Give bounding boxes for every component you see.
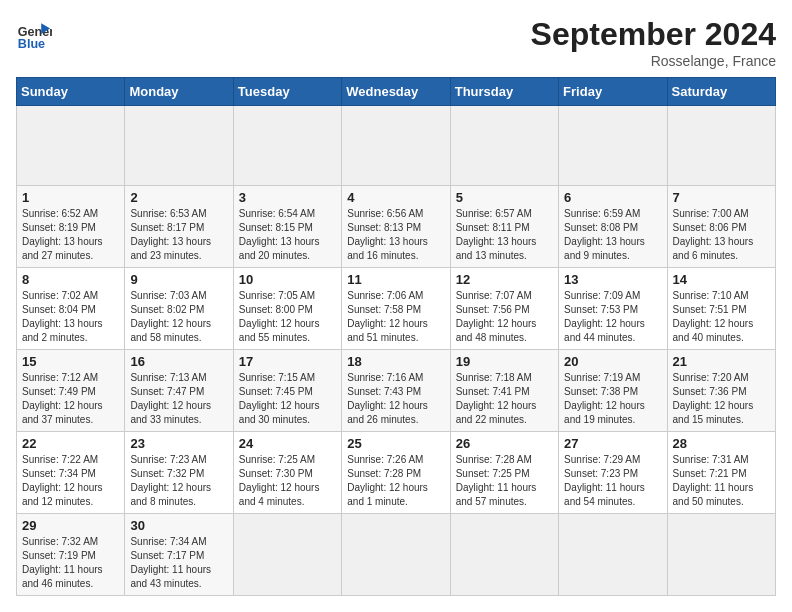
day-info: Sunrise: 7:03 AM Sunset: 8:02 PM Dayligh…: [130, 289, 227, 345]
day-info: Sunrise: 6:52 AM Sunset: 8:19 PM Dayligh…: [22, 207, 119, 263]
calendar-cell: [450, 106, 558, 186]
calendar-cell: 14Sunrise: 7:10 AM Sunset: 7:51 PM Dayli…: [667, 268, 775, 350]
week-row-3: 15Sunrise: 7:12 AM Sunset: 7:49 PM Dayli…: [17, 350, 776, 432]
day-info: Sunrise: 7:12 AM Sunset: 7:49 PM Dayligh…: [22, 371, 119, 427]
day-info: Sunrise: 7:10 AM Sunset: 7:51 PM Dayligh…: [673, 289, 770, 345]
calendar-cell: 13Sunrise: 7:09 AM Sunset: 7:53 PM Dayli…: [559, 268, 667, 350]
day-info: Sunrise: 7:06 AM Sunset: 7:58 PM Dayligh…: [347, 289, 444, 345]
day-number: 1: [22, 190, 119, 205]
day-info: Sunrise: 6:57 AM Sunset: 8:11 PM Dayligh…: [456, 207, 553, 263]
day-info: Sunrise: 7:19 AM Sunset: 7:38 PM Dayligh…: [564, 371, 661, 427]
day-info: Sunrise: 7:26 AM Sunset: 7:28 PM Dayligh…: [347, 453, 444, 509]
day-info: Sunrise: 7:32 AM Sunset: 7:19 PM Dayligh…: [22, 535, 119, 591]
calendar-cell: 29Sunrise: 7:32 AM Sunset: 7:19 PM Dayli…: [17, 514, 125, 596]
day-number: 2: [130, 190, 227, 205]
day-number: 25: [347, 436, 444, 451]
calendar-cell: 23Sunrise: 7:23 AM Sunset: 7:32 PM Dayli…: [125, 432, 233, 514]
calendar-cell: 30Sunrise: 7:34 AM Sunset: 7:17 PM Dayli…: [125, 514, 233, 596]
day-info: Sunrise: 7:20 AM Sunset: 7:36 PM Dayligh…: [673, 371, 770, 427]
day-info: Sunrise: 6:59 AM Sunset: 8:08 PM Dayligh…: [564, 207, 661, 263]
calendar-cell: [667, 514, 775, 596]
day-info: Sunrise: 7:02 AM Sunset: 8:04 PM Dayligh…: [22, 289, 119, 345]
day-number: 20: [564, 354, 661, 369]
calendar-cell: 1Sunrise: 6:52 AM Sunset: 8:19 PM Daylig…: [17, 186, 125, 268]
calendar-cell: 15Sunrise: 7:12 AM Sunset: 7:49 PM Dayli…: [17, 350, 125, 432]
calendar-cell: [233, 106, 341, 186]
week-row-1: 1Sunrise: 6:52 AM Sunset: 8:19 PM Daylig…: [17, 186, 776, 268]
day-info: Sunrise: 7:23 AM Sunset: 7:32 PM Dayligh…: [130, 453, 227, 509]
calendar-cell: 3Sunrise: 6:54 AM Sunset: 8:15 PM Daylig…: [233, 186, 341, 268]
day-number: 3: [239, 190, 336, 205]
week-row-2: 8Sunrise: 7:02 AM Sunset: 8:04 PM Daylig…: [17, 268, 776, 350]
week-row-4: 22Sunrise: 7:22 AM Sunset: 7:34 PM Dayli…: [17, 432, 776, 514]
weekday-monday: Monday: [125, 78, 233, 106]
day-info: Sunrise: 7:31 AM Sunset: 7:21 PM Dayligh…: [673, 453, 770, 509]
calendar-cell: 9Sunrise: 7:03 AM Sunset: 8:02 PM Daylig…: [125, 268, 233, 350]
day-number: 27: [564, 436, 661, 451]
day-number: 26: [456, 436, 553, 451]
week-row-5: 29Sunrise: 7:32 AM Sunset: 7:19 PM Dayli…: [17, 514, 776, 596]
day-number: 6: [564, 190, 661, 205]
calendar-cell: 26Sunrise: 7:28 AM Sunset: 7:25 PM Dayli…: [450, 432, 558, 514]
day-info: Sunrise: 7:29 AM Sunset: 7:23 PM Dayligh…: [564, 453, 661, 509]
week-row-0: [17, 106, 776, 186]
day-info: Sunrise: 7:16 AM Sunset: 7:43 PM Dayligh…: [347, 371, 444, 427]
calendar-cell: [342, 106, 450, 186]
day-number: 7: [673, 190, 770, 205]
calendar-cell: [667, 106, 775, 186]
day-number: 11: [347, 272, 444, 287]
day-info: Sunrise: 7:18 AM Sunset: 7:41 PM Dayligh…: [456, 371, 553, 427]
weekday-friday: Friday: [559, 78, 667, 106]
day-number: 22: [22, 436, 119, 451]
day-number: 14: [673, 272, 770, 287]
calendar-cell: 12Sunrise: 7:07 AM Sunset: 7:56 PM Dayli…: [450, 268, 558, 350]
calendar-cell: 25Sunrise: 7:26 AM Sunset: 7:28 PM Dayli…: [342, 432, 450, 514]
calendar-cell: 24Sunrise: 7:25 AM Sunset: 7:30 PM Dayli…: [233, 432, 341, 514]
day-number: 19: [456, 354, 553, 369]
day-info: Sunrise: 7:25 AM Sunset: 7:30 PM Dayligh…: [239, 453, 336, 509]
day-info: Sunrise: 7:34 AM Sunset: 7:17 PM Dayligh…: [130, 535, 227, 591]
weekday-saturday: Saturday: [667, 78, 775, 106]
day-number: 21: [673, 354, 770, 369]
calendar-cell: 28Sunrise: 7:31 AM Sunset: 7:21 PM Dayli…: [667, 432, 775, 514]
calendar-cell: 19Sunrise: 7:18 AM Sunset: 7:41 PM Dayli…: [450, 350, 558, 432]
svg-text:Blue: Blue: [18, 37, 45, 51]
day-info: Sunrise: 6:56 AM Sunset: 8:13 PM Dayligh…: [347, 207, 444, 263]
weekday-thursday: Thursday: [450, 78, 558, 106]
day-number: 18: [347, 354, 444, 369]
day-info: Sunrise: 7:07 AM Sunset: 7:56 PM Dayligh…: [456, 289, 553, 345]
weekday-tuesday: Tuesday: [233, 78, 341, 106]
day-number: 30: [130, 518, 227, 533]
day-number: 23: [130, 436, 227, 451]
day-info: Sunrise: 7:00 AM Sunset: 8:06 PM Dayligh…: [673, 207, 770, 263]
calendar-cell: 6Sunrise: 6:59 AM Sunset: 8:08 PM Daylig…: [559, 186, 667, 268]
calendar-cell: 21Sunrise: 7:20 AM Sunset: 7:36 PM Dayli…: [667, 350, 775, 432]
calendar-cell: 18Sunrise: 7:16 AM Sunset: 7:43 PM Dayli…: [342, 350, 450, 432]
calendar-cell: 4Sunrise: 6:56 AM Sunset: 8:13 PM Daylig…: [342, 186, 450, 268]
calendar-cell: 16Sunrise: 7:13 AM Sunset: 7:47 PM Dayli…: [125, 350, 233, 432]
day-number: 4: [347, 190, 444, 205]
calendar-cell: [233, 514, 341, 596]
calendar-cell: [342, 514, 450, 596]
calendar-table: SundayMondayTuesdayWednesdayThursdayFrid…: [16, 77, 776, 596]
calendar-cell: [17, 106, 125, 186]
calendar-body: 1Sunrise: 6:52 AM Sunset: 8:19 PM Daylig…: [17, 106, 776, 596]
weekday-wednesday: Wednesday: [342, 78, 450, 106]
day-info: Sunrise: 6:54 AM Sunset: 8:15 PM Dayligh…: [239, 207, 336, 263]
day-number: 5: [456, 190, 553, 205]
calendar-cell: 5Sunrise: 6:57 AM Sunset: 8:11 PM Daylig…: [450, 186, 558, 268]
day-number: 17: [239, 354, 336, 369]
location: Rosselange, France: [531, 53, 776, 69]
day-number: 8: [22, 272, 119, 287]
calendar-cell: [125, 106, 233, 186]
calendar-cell: [559, 514, 667, 596]
calendar-cell: 10Sunrise: 7:05 AM Sunset: 8:00 PM Dayli…: [233, 268, 341, 350]
calendar-cell: 2Sunrise: 6:53 AM Sunset: 8:17 PM Daylig…: [125, 186, 233, 268]
calendar-cell: 17Sunrise: 7:15 AM Sunset: 7:45 PM Dayli…: [233, 350, 341, 432]
day-number: 13: [564, 272, 661, 287]
day-info: Sunrise: 7:15 AM Sunset: 7:45 PM Dayligh…: [239, 371, 336, 427]
calendar-cell: [450, 514, 558, 596]
day-number: 9: [130, 272, 227, 287]
day-info: Sunrise: 7:05 AM Sunset: 8:00 PM Dayligh…: [239, 289, 336, 345]
logo-icon: General Blue: [16, 16, 52, 52]
